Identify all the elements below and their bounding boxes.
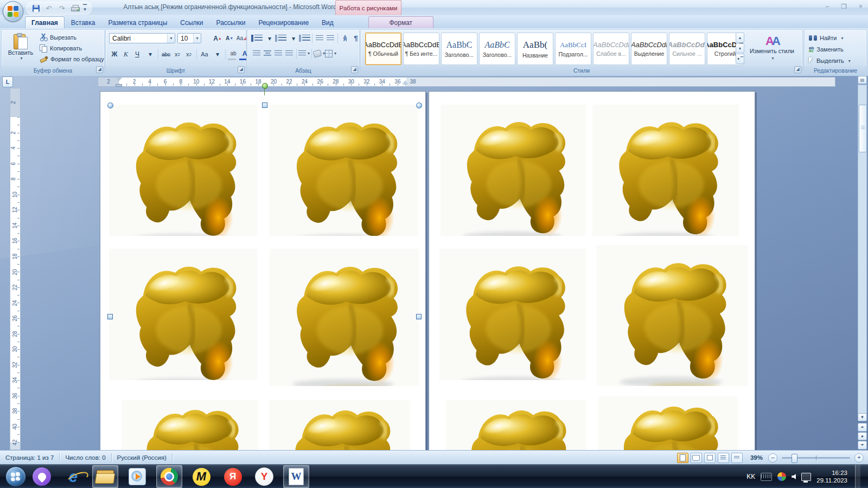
italic-button[interactable]: К (120, 49, 131, 60)
underline-chevron-icon[interactable]: ▾ (145, 49, 156, 60)
full-screen-reading-button[interactable] (691, 453, 702, 463)
vertical-scrollbar[interactable]: ▤ ▲ ▼ ⏶ ● ⏷ (858, 76, 867, 450)
decrease-indent-button[interactable] (314, 33, 325, 43)
justify-button[interactable] (284, 48, 295, 59)
vertical-ruler[interactable]: 2 24681012141618202224262830323436384042 (10, 88, 21, 450)
replace-button[interactable]: abac Заменить (809, 44, 844, 54)
show-marks-button[interactable]: ¶ (350, 33, 361, 43)
font-dialog-launcher[interactable]: ◢ (238, 66, 245, 73)
scroll-down-icon[interactable]: ▼ (858, 413, 867, 421)
selection-handle-middle-left[interactable] (107, 314, 113, 319)
ribbon-tab[interactable]: Рецензирование (252, 16, 315, 28)
change-case-button[interactable]: Aa (199, 49, 210, 60)
asyk-image[interactable] (109, 249, 257, 380)
right-indent-marker[interactable] (402, 77, 409, 85)
taskbar-yandex-browser-icon[interactable]: Я (220, 466, 245, 487)
word-count[interactable]: Число слов: 0 (60, 454, 111, 461)
clipboard-dialog-launcher[interactable]: ◢ (96, 66, 103, 73)
format-painter-button[interactable]: Формат по образцу (40, 54, 104, 64)
style-item[interactable]: AaBbCcDdE ¶ Обычный (365, 33, 401, 65)
ruler-toggle-button[interactable]: ▤ (858, 76, 867, 84)
taskbar-yandex-icon[interactable]: Y (252, 466, 277, 487)
office-button[interactable] (3, 1, 23, 22)
style-item[interactable]: AaBbCcDdl Слабое в... (593, 33, 629, 65)
language-indicator[interactable]: Русский (Россия) (112, 454, 172, 461)
numbering-button[interactable] (275, 33, 286, 43)
asyk-image[interactable] (441, 105, 586, 236)
asyk-image[interactable] (122, 400, 258, 450)
bullets-chevron-icon[interactable]: ▾ (264, 33, 275, 43)
asyk-image[interactable] (598, 396, 738, 450)
shading-button[interactable]: ▾ (314, 48, 325, 59)
print-icon[interactable]: ✓ (70, 4, 80, 12)
font-size-combo[interactable]: 10▾ (177, 33, 201, 43)
ribbon-tab[interactable]: Формат (368, 16, 433, 28)
draft-view-button[interactable] (731, 453, 743, 463)
volume-tray-icon[interactable] (792, 474, 796, 479)
taskbar-word-icon[interactable]: W (283, 465, 309, 488)
language-tray-indicator[interactable]: KK (746, 473, 755, 480)
rotate-handle[interactable] (262, 83, 268, 89)
subscript-button[interactable]: x2 (172, 49, 183, 60)
paste-button[interactable]: Вставить ▾ (5, 31, 36, 66)
program-tray-icon[interactable] (777, 472, 786, 481)
sort-button[interactable]: АЯ (340, 33, 350, 43)
ribbon-tab[interactable]: Разметка страницы (101, 16, 174, 28)
numbering-chevron-icon[interactable]: ▾ (288, 33, 299, 43)
zoom-slider[interactable] (782, 457, 850, 459)
ribbon-tab[interactable]: Главная (25, 16, 65, 28)
clear-formatting-button[interactable]: Aa◢ (236, 33, 247, 43)
paragraph-dialog-launcher[interactable]: ◢ (351, 66, 358, 73)
start-button[interactable] (5, 466, 26, 487)
case-chevron-icon[interactable]: ▾ (212, 49, 223, 60)
style-item[interactable]: AaBbC Заголово... (479, 33, 515, 65)
asyk-image[interactable] (270, 400, 410, 450)
bullets-button[interactable] (251, 33, 263, 43)
show-desktop-button[interactable] (855, 465, 860, 488)
bold-button[interactable]: Ж (109, 49, 120, 60)
select-button[interactable]: Выделить▾ (809, 56, 851, 66)
style-item[interactable]: AaBbCcI Подзагол... (555, 33, 591, 65)
zoom-level[interactable]: 39% (750, 454, 763, 461)
next-page-button[interactable]: ⏷ (858, 441, 867, 450)
outline-view-button[interactable] (718, 453, 729, 463)
qat-customize-arrow-icon[interactable]: ▔▾ (83, 6, 87, 10)
cut-button[interactable]: Вырезать (40, 33, 76, 42)
close-button[interactable]: × (859, 3, 863, 10)
web-layout-button[interactable] (704, 453, 716, 463)
zoom-slider-thumb[interactable] (792, 454, 797, 463)
taskbar-media-player-icon[interactable] (125, 466, 150, 487)
network-tray-icon[interactable] (801, 473, 811, 481)
superscript-button[interactable]: x2 (183, 49, 194, 60)
copy-button[interactable]: Копировать (40, 43, 82, 53)
chevron-down-icon[interactable]: ▾ (193, 34, 201, 43)
clock[interactable]: 16:23 29.11.2023 (816, 469, 847, 484)
increase-indent-button[interactable] (325, 33, 336, 43)
gallery-more-icon[interactable]: ▼▔ (736, 54, 744, 64)
selection-handle-top-right[interactable] (416, 102, 422, 108)
chevron-down-icon[interactable]: ▾ (167, 34, 175, 43)
underline-button[interactable]: Ч (132, 49, 143, 60)
previous-page-button[interactable]: ⏶ (858, 423, 867, 432)
align-center-button[interactable] (262, 48, 273, 59)
multilevel-list-button[interactable] (299, 33, 310, 43)
align-right-button[interactable] (273, 48, 284, 59)
ribbon-tab[interactable]: Вставка (65, 16, 102, 28)
browse-object-button[interactable]: ● (858, 432, 867, 440)
change-styles-button[interactable]: AA Изменить стили ▾ (748, 32, 796, 66)
page-indicator[interactable]: Страница: 1 из 7 (0, 454, 59, 461)
style-item[interactable]: AaBbC Заголово... (441, 33, 477, 65)
print-layout-view-button[interactable] (677, 453, 688, 463)
undo-icon[interactable]: ↶ (44, 4, 54, 12)
highlight-color-button[interactable]: ab (228, 48, 239, 60)
styles-dialog-launcher[interactable]: ◢ (794, 66, 801, 73)
ribbon-tab[interactable]: Рассылки (210, 16, 252, 28)
grow-font-button[interactable]: A▲ (212, 33, 223, 43)
selection-handle-top-left[interactable] (107, 102, 113, 108)
style-item[interactable]: AaBbCcDdl Сильное ... (669, 33, 705, 65)
asyk-image[interactable] (446, 400, 586, 450)
asyk-image[interactable] (439, 249, 586, 380)
redo-icon[interactable]: ↷ (57, 4, 67, 12)
taskbar-internet-explorer-icon[interactable]: e (61, 466, 86, 487)
asyk-image[interactable] (597, 245, 748, 386)
